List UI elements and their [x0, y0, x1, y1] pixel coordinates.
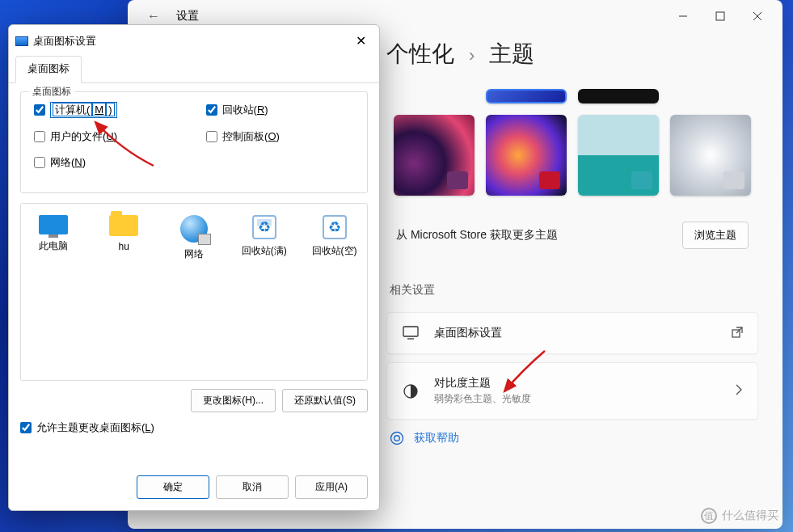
icon-recycle-full[interactable]: 回收站(满): [239, 215, 289, 258]
restore-default-button[interactable]: 还原默认值(S): [282, 389, 368, 412]
icon-recycle-empty[interactable]: 回收站(空): [310, 215, 359, 258]
close-button[interactable]: [739, 0, 776, 32]
list-item-title: 对比度主题: [434, 376, 720, 391]
store-row: 从 Microsoft Store 获取更多主题 浏览主题: [386, 215, 758, 265]
theme-gallery: [386, 57, 758, 196]
checkbox-allow-theme-change[interactable]: 允许主题更改桌面图标(L): [20, 420, 368, 435]
ok-button[interactable]: 确定: [137, 475, 209, 499]
cancel-button[interactable]: 取消: [216, 475, 289, 499]
checkbox-control-panel[interactable]: 控制面板(O): [206, 129, 280, 144]
content-pane: 从 Microsoft Store 获取更多主题 浏览主题 相关设置 桌面图标设…: [386, 57, 758, 529]
dialog-title: 桌面图标设置: [33, 34, 96, 49]
close-icon[interactable]: ✕: [351, 32, 371, 50]
tab-strip: 桌面图标: [9, 55, 379, 83]
desktop-icon-settings-item[interactable]: 桌面图标设置: [386, 312, 758, 354]
get-help-link[interactable]: 获取帮助: [386, 428, 758, 449]
theme-thumb-selected[interactable]: [486, 89, 567, 103]
watermark-icon: 值: [701, 508, 717, 524]
maximize-button[interactable]: [702, 0, 739, 32]
change-icon-button[interactable]: 更改图标(H)...: [191, 389, 276, 412]
checkbox-user-files[interactable]: 用户的文件(U): [34, 129, 117, 144]
monitor-icon: [402, 326, 420, 340]
group-title: 桌面图标: [29, 85, 74, 99]
dialog-footer: 确定 取消 应用(A): [9, 466, 379, 510]
browse-themes-button[interactable]: 浏览主题: [682, 222, 749, 249]
watermark-text: 什么值得买: [722, 509, 778, 523]
theme-thumb[interactable]: [486, 115, 567, 196]
store-text: 从 Microsoft Store 获取更多主题: [396, 228, 558, 243]
checkbox-input[interactable]: [34, 104, 45, 116]
checkbox-input[interactable]: [206, 104, 217, 116]
svg-rect-1: [716, 12, 724, 20]
list-item-subtitle: 弱势彩色主题、光敏度: [434, 392, 720, 406]
chevron-right-icon: [735, 384, 743, 398]
back-arrow-icon[interactable]: ←: [147, 9, 160, 23]
icon-user-folder[interactable]: hu: [99, 215, 149, 252]
icon-this-pc[interactable]: 此电脑: [29, 215, 78, 253]
checkbox-input[interactable]: [34, 131, 45, 142]
checkbox-input[interactable]: [206, 131, 217, 142]
desktop-icon-settings-dialog: 桌面图标设置 ✕ 桌面图标 桌面图标 计算机(M) 回收站(R) 用户: [8, 24, 380, 511]
watermark: 值 什么值得买: [701, 508, 778, 524]
svg-point-9: [391, 433, 403, 445]
desktop-icons-group: 桌面图标 计算机(M) 回收站(R) 用户的文件(U) 控制面板: [20, 91, 368, 193]
window-title: 设置: [176, 9, 199, 23]
help-label: 获取帮助: [414, 431, 459, 445]
minimize-button[interactable]: [664, 0, 702, 32]
list-item-title: 桌面图标设置: [434, 326, 717, 340]
related-settings-header: 相关设置: [390, 283, 758, 298]
tab-desktop-icons[interactable]: 桌面图标: [15, 56, 82, 83]
dialog-app-icon: [15, 36, 28, 46]
icon-network[interactable]: 网络: [170, 215, 219, 261]
checkbox-network[interactable]: 网络(N): [34, 155, 86, 170]
theme-thumb[interactable]: [670, 115, 751, 196]
help-icon: [390, 431, 404, 445]
checkbox-input[interactable]: [34, 157, 45, 168]
contrast-icon: [402, 383, 420, 399]
icon-preview-list[interactable]: 此电脑 hu 网络 回收站(满) 回收站(空): [20, 203, 368, 381]
theme-thumb[interactable]: [578, 89, 659, 103]
theme-thumb[interactable]: [578, 115, 659, 196]
contrast-themes-item[interactable]: 对比度主题 弱势彩色主题、光敏度: [386, 362, 758, 420]
theme-thumb[interactable]: [394, 115, 475, 196]
apply-button[interactable]: 应用(A): [295, 475, 368, 499]
dialog-titlebar: 桌面图标设置 ✕: [9, 25, 379, 55]
svg-rect-4: [403, 327, 418, 336]
checkbox-recycle-bin[interactable]: 回收站(R): [206, 102, 268, 118]
checkbox-input[interactable]: [20, 422, 32, 433]
open-external-icon: [732, 327, 743, 340]
checkbox-computer[interactable]: 计算机(M): [34, 102, 117, 118]
svg-point-10: [394, 436, 400, 441]
